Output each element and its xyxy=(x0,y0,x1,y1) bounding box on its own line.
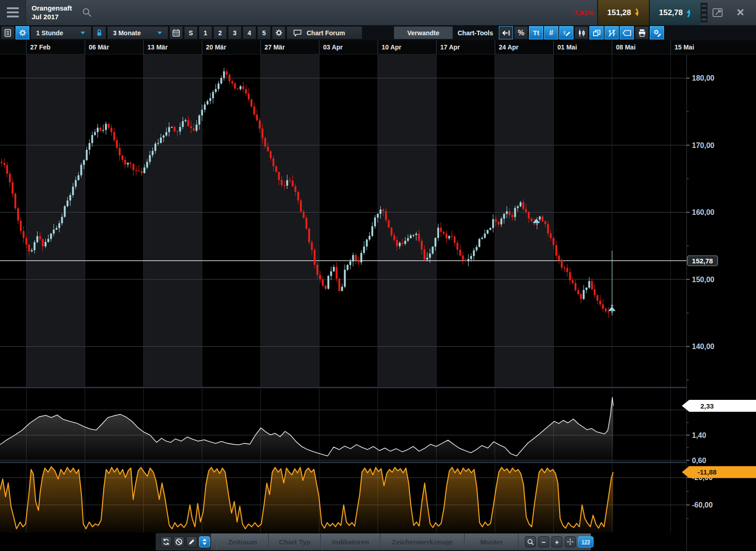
price-label-icon[interactable] xyxy=(620,26,634,39)
bottom-menu-chart-typ[interactable]: Chart Typ xyxy=(269,534,321,550)
date-axis-tick xyxy=(495,40,495,54)
axis-label: -60,00 xyxy=(692,501,713,509)
panel-grip-handle[interactable] xyxy=(701,3,707,22)
interval-dropdown[interactable]: 1 Stunde xyxy=(30,26,92,39)
title-bar: Orangensaft Jul 2017 -7,91% 151,28 152,7… xyxy=(0,0,756,26)
menu-icon[interactable] xyxy=(0,0,26,25)
step-button-1[interactable]: 1 xyxy=(199,26,212,39)
search-icon[interactable] xyxy=(81,7,92,18)
refresh-icon[interactable] xyxy=(161,536,172,547)
date-label: 27 Feb xyxy=(30,40,50,54)
date-axis-tick xyxy=(553,40,554,54)
text-annotation-button[interactable]: Tt xyxy=(529,26,543,39)
calendar-icon[interactable] xyxy=(169,26,183,39)
change-percent: -7,91% xyxy=(556,0,594,25)
date-label: 24 Apr xyxy=(499,40,518,54)
instrument-name: Orangensaft xyxy=(32,4,72,12)
date-label: 13 Mär xyxy=(147,40,167,54)
step-button-3[interactable]: 3 xyxy=(228,26,242,39)
chart-type-candle-icon[interactable] xyxy=(574,26,589,39)
chart-toolbar: 1 Stunde3 MonateS12345Chart ForumVerwand… xyxy=(0,25,756,40)
date-label: 03 Apr xyxy=(323,40,343,54)
step-button-S[interactable]: S xyxy=(184,26,198,39)
zoom-in-button[interactable]: + xyxy=(551,536,562,547)
svg-text:2,33: 2,33 xyxy=(700,402,713,410)
instrument-title: Orangensaft Jul 2017 xyxy=(32,4,72,21)
price-up-arrow-icon xyxy=(686,8,691,18)
gridlines-button[interactable]: # xyxy=(544,26,558,39)
bottom-menu-muster[interactable]: Muster xyxy=(464,534,518,550)
chart-canvas[interactable]: 180,00170,00160,00150,00140,001,400,60-2… xyxy=(0,0,756,551)
watchlist-icon[interactable] xyxy=(1,26,15,39)
verwandte-button[interactable]: Verwandte xyxy=(394,26,453,39)
instrument-contract: Jul 2017 xyxy=(32,12,72,21)
bottom-toolbar: ZeitraumChart TypIndikatorenZeichenwerkz… xyxy=(156,533,591,551)
date-axis-tick xyxy=(612,40,612,54)
date-axis-tick xyxy=(436,40,437,54)
date-axis-tick xyxy=(670,40,671,54)
bottom-menu-zeitraum[interactable]: Zeitraum xyxy=(216,534,269,550)
drawing-settings-icon[interactable] xyxy=(650,26,664,39)
zoom-out-button[interactable]: − xyxy=(538,536,549,547)
axis-label: 150,00 xyxy=(692,276,714,284)
date-label: 06 Mär xyxy=(89,40,109,54)
compare-icon[interactable] xyxy=(605,26,619,39)
axis-label: 180,00 xyxy=(692,74,714,82)
sell-price-button[interactable]: 151,28 xyxy=(597,0,649,25)
indicator2-value-tag xyxy=(682,466,756,478)
disable-drawings-icon[interactable] xyxy=(173,536,184,547)
lock-interval-icon[interactable] xyxy=(92,26,106,39)
chart-forum-label: Chart Forum xyxy=(307,29,345,37)
indicator-settings-icon[interactable] xyxy=(272,26,286,39)
svg-text:152,78: 152,78 xyxy=(692,257,713,265)
date-axis-tick xyxy=(319,40,319,54)
multi-window-icon[interactable] xyxy=(589,26,604,39)
edit-pencil-icon[interactable] xyxy=(186,536,197,547)
print-icon[interactable] xyxy=(635,26,649,39)
bottom-menu-indikatoren[interactable]: Indikatoren xyxy=(321,534,380,550)
chart-tools-label: Chart-Tools xyxy=(458,26,493,39)
date-label: 17 Apr xyxy=(440,40,460,54)
show-values-button[interactable]: 123 xyxy=(578,536,594,547)
axis-label: 140,00 xyxy=(692,343,714,350)
bottom-menu-group: ZeitraumChart TypIndikatorenZeichenwerkz… xyxy=(216,534,518,550)
trading-chart-window: { "titlebar": { "instrument_line1": "Ora… xyxy=(0,0,756,551)
date-axis-tick xyxy=(202,40,202,54)
chart-forum-button[interactable]: Chart Forum xyxy=(286,26,362,39)
step-button-4[interactable]: 4 xyxy=(243,26,256,39)
bottom-icon-group xyxy=(156,534,211,550)
bottom-menu-zeichenwerkzeuge[interactable]: Zeichenwerkzeuge xyxy=(380,534,464,550)
axis-label: 160,00 xyxy=(692,208,714,216)
percent-scale-button[interactable]: % xyxy=(514,26,528,39)
crosshair-icon[interactable] xyxy=(565,536,576,547)
sell-price: 151,28 xyxy=(607,8,631,17)
date-label: 10 Apr xyxy=(382,40,401,54)
date-label: 01 Mai xyxy=(557,40,577,54)
zoom-tool-icon[interactable] xyxy=(525,536,536,547)
close-window-icon[interactable]: × xyxy=(730,0,751,25)
price-down-arrow-icon xyxy=(634,8,640,18)
buy-price-button[interactable]: 152,78 xyxy=(649,0,701,25)
date-axis: 27 Feb06 Mär13 Mär20 Mär27 Mär03 Apr10 A… xyxy=(0,40,756,55)
date-axis-tick xyxy=(143,40,144,54)
svg-text:-11,88: -11,88 xyxy=(697,468,717,476)
step-button-2[interactable]: 2 xyxy=(213,26,227,39)
date-label: 20 Mär xyxy=(206,40,226,54)
chart-settings-icon[interactable] xyxy=(16,26,29,39)
indicator1-value-tag xyxy=(682,400,756,412)
restore-window-icon[interactable] xyxy=(712,7,724,18)
range-label: 3 Monate xyxy=(113,29,141,37)
draw-mode-icon[interactable] xyxy=(559,26,573,39)
date-axis-tick xyxy=(85,40,85,54)
interval-label: 1 Stunde xyxy=(36,29,63,37)
buy-price: 152,78 xyxy=(659,8,683,17)
date-label: 27 Mär xyxy=(265,40,285,54)
date-axis-tick xyxy=(26,40,27,54)
axis-label: 1,40 xyxy=(692,431,706,439)
date-label: 15 Mai xyxy=(675,40,694,54)
range-dropdown[interactable]: 3 Monate xyxy=(107,26,168,39)
step-button-5[interactable]: 5 xyxy=(257,26,271,39)
expand-collapse-icon[interactable] xyxy=(199,536,210,547)
back-arrow-icon[interactable] xyxy=(499,26,513,39)
date-axis-tick xyxy=(260,40,261,54)
